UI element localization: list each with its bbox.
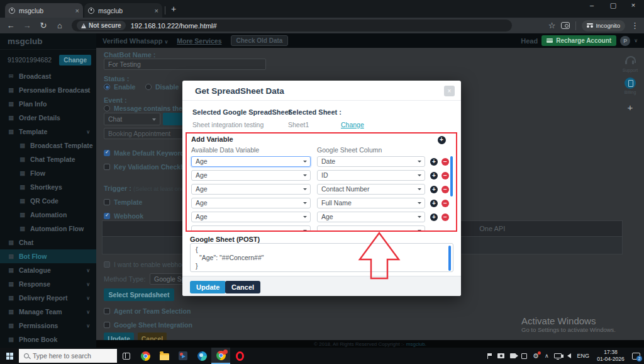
sheet-column-select[interactable]: Date [317,156,425,167]
add-row-icon[interactable] [430,186,438,193]
sheet-column-select[interactable]: ID [317,170,425,181]
sidebar-item-automation-flow[interactable]: ▤Automation Flow [0,222,96,236]
taskbar-media-player[interactable] [174,348,192,364]
data-variable-select[interactable]: Age [191,156,311,167]
tray-flag-icon[interactable] [487,353,492,359]
sheet-column-select[interactable]: Full Name [317,198,425,208]
sidebar-item-broadcast[interactable]: ✉Broadcast [0,69,96,83]
remove-row-icon[interactable] [441,200,449,207]
sheet-column-select[interactable] [317,225,425,230]
data-variable-select[interactable]: Age [191,212,311,222]
footer-brand-link[interactable]: msgclub. [406,341,426,347]
add-row-icon[interactable] [430,200,438,207]
event-type-select[interactable]: Chat [104,113,160,125]
rows-scrollbar[interactable] [450,156,453,196]
taskbar-chrome-active[interactable] [211,348,230,364]
make-default-keyword-checkbox[interactable]: Make Default Keyword [104,149,184,157]
add-row-icon[interactable] [430,172,438,179]
sidebar-item-template[interactable]: ▤Template∨ [0,125,96,139]
tray-window-icon[interactable] [521,353,527,359]
start-button[interactable] [0,348,19,364]
sidebar-item-bot-flow[interactable]: ▤Bot Flow [0,249,96,263]
taskbar-chrome[interactable] [136,348,155,364]
page-update-button[interactable]: Update [104,333,134,340]
data-variable-select[interactable]: Age [191,170,311,181]
remove-row-icon[interactable] [441,158,449,166]
support-headset-icon[interactable] [624,54,636,67]
window-restore-button[interactable]: ▢ [605,1,621,9]
post-body-textarea[interactable]: { "Age": "##Concern##" } [190,243,453,272]
data-variable-select[interactable]: Age [191,198,311,208]
remove-row-icon[interactable] [441,213,449,221]
trigger-webhook-checkbox[interactable]: Webhook [104,212,143,220]
data-variable-select[interactable] [191,225,311,230]
browser-tab-2[interactable]: msgclub × [84,3,162,18]
enable-webhook-checkbox[interactable]: I want to enable webhook. [104,261,191,268]
taskbar-search-input[interactable]: Type here to search [19,349,117,363]
sheet-column-select[interactable]: Age [317,212,425,222]
forward-icon[interactable]: → [19,21,35,30]
modal-cancel-button[interactable]: Cancel [225,281,260,293]
check-old-data-button[interactable]: Check Old Data [231,35,289,46]
sidebar-item-chat[interactable]: ▤Chat [0,236,96,249]
action-center-icon[interactable] [632,353,640,360]
rail-plus-icon[interactable]: + [618,102,643,113]
remove-row-icon[interactable] [441,186,449,193]
taskbar-clock[interactable]: 17:38 01-04-2026 [595,349,626,362]
sheet-column-select[interactable]: Contact Number [317,184,425,195]
status-disable-radio[interactable]: Disable [145,83,179,91]
sidebar-item-manage-team[interactable]: ▤Manage Team∨ [0,305,96,319]
data-variable-select[interactable]: Age [191,184,311,195]
recharge-account-button[interactable]: Recharge Account [541,35,616,46]
new-tab-button[interactable]: + [171,4,176,14]
remove-row-icon[interactable] [441,172,449,179]
verified-whatsapp-dropdown[interactable]: Verified Whatsapp ∨ [103,37,168,45]
sidebar-item-order-details[interactable]: ▤Order Details [0,111,96,125]
task-view-button[interactable] [117,348,136,364]
textarea-scrollbar[interactable] [448,246,451,271]
home-icon[interactable]: ⌂ [52,21,68,30]
sidebar-item-permissions[interactable]: ▤Permissions∨ [0,319,96,333]
agent-team-selection-checkbox[interactable]: Agent or Team Selection [104,307,191,315]
sidebar-item-plan-info[interactable]: ▤Plan Info [0,97,96,111]
browser-tab-1[interactable]: msgclub × [5,3,83,18]
app-logo[interactable]: msgclub [0,33,96,50]
url-omnibox[interactable]: Not secure 192.168.10.222/home.html# [72,20,512,31]
key-validation-checkbox[interactable]: Key Validation Checkbox [104,163,192,171]
sidebar-item-personalise-broadcast[interactable]: ▤Personalise Broadcast∨ [0,83,96,97]
chevron-down-icon[interactable]: ∨ [634,38,638,43]
taskbar-browser-app[interactable] [192,348,211,364]
google-sheet-integration-checkbox[interactable]: Google Sheet Integration [104,321,192,329]
tab-close-icon[interactable]: × [75,7,79,14]
back-icon[interactable]: ← [3,21,19,30]
modal-update-button[interactable]: Update [190,281,226,293]
refresh-icon[interactable]: ↻ [35,21,52,30]
speaker-icon[interactable] [567,353,571,358]
browser-menu-icon[interactable]: ⋮ [631,21,639,30]
tray-camera-icon[interactable] [497,353,504,358]
network-icon[interactable] [554,353,562,358]
sidebar-item-chat-template[interactable]: ▤Chat Template [0,152,96,166]
user-avatar[interactable]: P [620,36,630,46]
window-close-button[interactable]: × [625,1,641,9]
tray-videocam-icon[interactable] [510,353,516,358]
change-number-button[interactable]: Change [59,55,91,65]
change-spreadsheet-link[interactable]: Change [341,121,364,128]
modal-close-icon[interactable]: × [444,86,455,96]
more-services-link[interactable]: More Services [177,37,221,45]
sidebar-item-automation[interactable]: ▤Automation [0,208,96,222]
add-variable-plus-icon[interactable] [438,136,446,144]
sidebar-item-qr-code[interactable]: ▤QR Code [0,194,96,208]
language-indicator[interactable]: ENG [577,353,589,359]
side-panel-icon[interactable] [561,22,570,29]
security-chip[interactable]: Not secure [77,21,126,30]
trigger-template-checkbox[interactable]: Template [104,198,142,206]
tray-gear-icon[interactable]: ⚙ [533,353,539,360]
add-row-icon[interactable] [430,213,438,221]
select-spreadsheet-button[interactable]: Select Spreadsheet [104,288,174,301]
chatbot-name-input[interactable]: For Testing [104,59,266,70]
taskbar-file-explorer[interactable] [155,348,174,364]
add-row-icon[interactable] [430,158,438,166]
sidebar-item-broadcast-template[interactable]: ▤Broadcast Template [0,139,96,152]
sidebar-item-catalogue[interactable]: ▤Catalogue∨ [0,263,96,277]
